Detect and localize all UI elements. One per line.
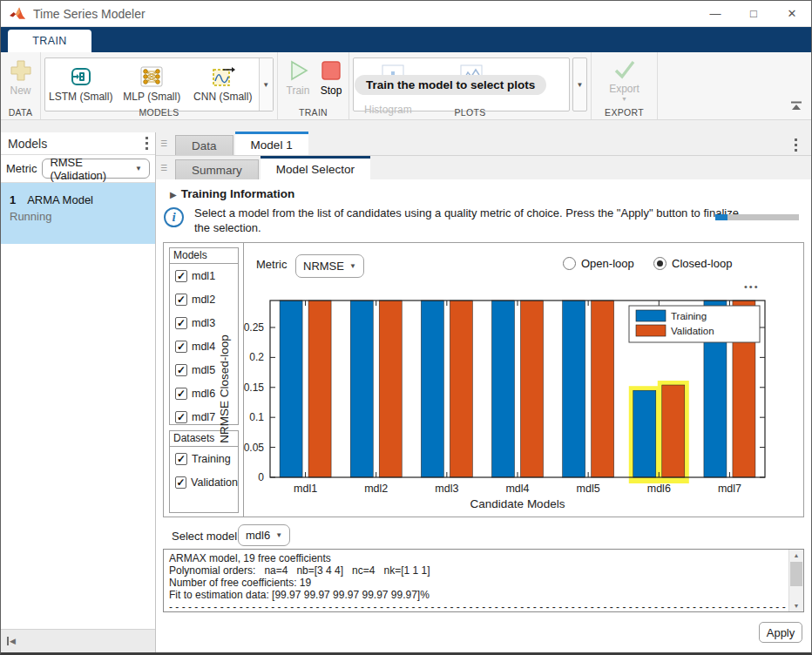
collapse-panel-icon[interactable]: ◀: [7, 637, 16, 645]
minimize-button[interactable]: —: [696, 1, 734, 26]
play-icon: [287, 59, 309, 82]
svg-text:mdl3: mdl3: [435, 483, 458, 495]
checkbox-check-icon: ✓: [175, 453, 187, 465]
tab-model-selector[interactable]: Model Selector: [261, 156, 370, 179]
sub-tab-bar-handle-icon[interactable]: ☰: [160, 164, 167, 172]
tab-data[interactable]: Data: [175, 135, 233, 155]
maximize-button[interactable]: □: [734, 1, 773, 26]
select-model-dropdown[interactable]: mdl6 ▼: [238, 524, 290, 546]
checkbox-label: mdl3: [192, 317, 215, 329]
bar-training-mdl6: [633, 390, 656, 477]
ribbon-toolbar: New DATA LSTM (Small): [1, 52, 811, 120]
new-button-label: New: [10, 84, 30, 97]
checkbox-check-icon: ✓: [175, 388, 187, 400]
export-button[interactable]: Export ▼: [592, 52, 657, 102]
group-label-train: TRAIN: [278, 107, 348, 118]
collapse-ribbon-icon: [790, 101, 802, 111]
apply-button[interactable]: Apply: [759, 622, 802, 643]
plots-gallery-dropdown[interactable]: ▼: [572, 57, 587, 111]
training-progress-bar: [715, 214, 799, 220]
chart-metric-dropdown[interactable]: NRMSE ▼: [295, 254, 364, 278]
models-panel-menu-icon[interactable]: [145, 137, 148, 150]
open-loop-radio[interactable]: Open-loop: [563, 257, 634, 270]
tab-model-1[interactable]: Model 1: [235, 132, 308, 155]
svg-text:Validation: Validation: [671, 326, 714, 336]
checkbox-check-icon: ✓: [175, 294, 187, 306]
model-template-cnn[interactable]: CNN (Small): [187, 58, 259, 111]
matlab-logo-icon: [10, 6, 26, 21]
group-label-models: MODELS: [41, 107, 277, 118]
radio-circle-icon: [563, 257, 576, 270]
main-area: Models Metric RMSE (Validation) ▼ 1 ARMA…: [1, 121, 811, 652]
stop-button[interactable]: Stop: [315, 52, 348, 97]
sub-tab-bar: ☰ Summary Model Selector: [156, 156, 811, 179]
checkbox-label: mdl2: [192, 294, 215, 306]
tab-summary[interactable]: Summary: [175, 159, 259, 179]
info-message-line1: Select a model from the list of candidat…: [194, 206, 739, 219]
tab-bar-handle-icon[interactable]: ☰: [160, 139, 167, 148]
details-scrollbar[interactable]: ▲ ▼: [788, 550, 803, 611]
scroll-thumb[interactable]: [790, 562, 802, 586]
ribbon-tab-strip: TRAIN: [1, 27, 811, 52]
close-button[interactable]: ✕: [773, 1, 811, 26]
document-menu-icon[interactable]: [795, 138, 797, 152]
training-information-header[interactable]: ▶Training Information: [170, 187, 294, 200]
checkbox-label: mdl7: [192, 411, 215, 423]
model-selector-content: ▶Training Information i Select a model f…: [156, 179, 811, 652]
bar-validation-mdl4: [521, 300, 544, 477]
new-button[interactable]: New: [1, 52, 40, 97]
chevron-down-icon: ▼: [135, 165, 142, 172]
cnn-icon: [211, 64, 235, 89]
model-item-name: ARMA Model: [27, 193, 93, 206]
model-template-mlp[interactable]: MLP (Small): [117, 58, 188, 111]
closed-loop-radio[interactable]: Closed-loop: [653, 257, 732, 270]
checkbox-check-icon: ✓: [175, 270, 187, 282]
group-label-data: DATA: [1, 107, 40, 118]
export-caret-icon: ▼: [621, 96, 627, 102]
models-gallery-dropdown[interactable]: ▼: [259, 58, 274, 111]
chevron-down-icon: ▼: [349, 262, 356, 270]
svg-text:mdl6: mdl6: [647, 483, 671, 495]
lstm-icon: [69, 64, 93, 89]
bar-training-mdl2: [350, 300, 373, 477]
nrmse-bar-chart: 00.050.10.150.20.25mdl1mdl2mdl3mdl4mdl5m…: [214, 292, 782, 511]
bar-validation-mdl1: [308, 300, 331, 477]
bar-validation-mdl3: [450, 300, 472, 477]
model-template-label: MLP (Small): [123, 91, 180, 103]
svg-text:NRMSE Closed-loop: NRMSE Closed-loop: [218, 334, 231, 443]
svg-text:0.2: 0.2: [249, 351, 264, 363]
metric-dropdown[interactable]: RMSE (Validation) ▼: [42, 159, 150, 179]
bar-training-mdl5: [563, 300, 585, 477]
scroll-down-icon[interactable]: ▼: [789, 603, 803, 609]
svg-text:Candidate Models: Candidate Models: [470, 497, 565, 510]
checkbox-check-icon: ✓: [175, 411, 187, 423]
svg-text:mdl4: mdl4: [505, 483, 529, 495]
check-icon: [612, 59, 637, 80]
chevron-down-icon: ▼: [275, 531, 282, 539]
scroll-up-icon[interactable]: ▲: [789, 552, 803, 558]
model-item-status: Running: [10, 210, 146, 223]
svg-text:mdl1: mdl1: [294, 483, 317, 495]
model-checkbox-mdl1[interactable]: ✓mdl1: [170, 264, 238, 287]
expand-triangle-icon: ▶: [170, 190, 177, 199]
title-bar: Time Series Modeler — □ ✕: [1, 1, 811, 27]
svg-text:0.25: 0.25: [244, 321, 265, 334]
bar-training-mdl3: [421, 300, 443, 477]
bar-training-mdl4: [492, 300, 515, 477]
collapse-ribbon-button[interactable]: [790, 98, 802, 114]
svg-text:mdl5: mdl5: [577, 483, 600, 495]
model-template-lstm[interactable]: LSTM (Small): [45, 58, 117, 111]
axes-toolbar-dots[interactable]: •••: [744, 281, 760, 292]
checkbox-label: mdl4: [192, 341, 215, 353]
bar-validation-mdl6: [662, 385, 685, 477]
select-model-label: Select model: [172, 530, 237, 543]
app-window: Time Series Modeler — □ ✕ TRAIN New DATA: [0, 0, 812, 655]
train-button-label: Train: [287, 84, 310, 97]
panel-footer: ◀: [1, 629, 155, 652]
ribbon-tab-train[interactable]: TRAIN: [8, 30, 91, 52]
checkbox-label: mdl5: [192, 364, 215, 376]
svg-text:Training: Training: [671, 311, 707, 321]
group-label-export: EXPORT: [592, 107, 657, 118]
train-button[interactable]: Train: [281, 52, 315, 97]
model-list-item[interactable]: 1 ARMA Model Running: [1, 183, 155, 244]
